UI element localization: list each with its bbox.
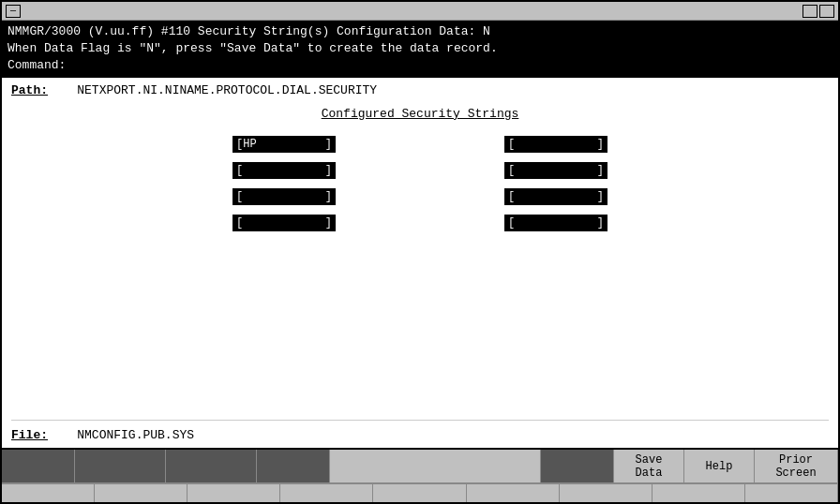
- system-menu-button[interactable]: —: [6, 5, 21, 18]
- file-value: NMCONFIG.PUB.SYS: [77, 428, 194, 442]
- field-2-2[interactable]: [ ]: [504, 162, 608, 179]
- f1-button[interactable]: [2, 450, 75, 483]
- fields-row-1: [ HP ] [ ]: [232, 136, 608, 153]
- f9-label: [745, 483, 838, 502]
- field-4-1[interactable]: [ ]: [232, 215, 336, 231]
- f2-button[interactable]: [75, 450, 166, 483]
- path-value: NETXPORT.NI.NINAME.PROTOCOL.DIAL.SECURIT…: [77, 83, 377, 97]
- fields-grid: [ HP ] [ ] [ ]: [11, 136, 829, 231]
- file-line: File: NMCONFIG.PUB.SYS: [11, 420, 829, 442]
- section-title: Configured Security Strings: [11, 107, 829, 121]
- f4-button[interactable]: [257, 450, 330, 483]
- body-section: Path: NETXPORT.NI.NINAME.PROTOCOL.DIAL.S…: [2, 78, 838, 448]
- field-4-2[interactable]: [ ]: [504, 215, 608, 231]
- path-label: Path:: [11, 83, 48, 97]
- help-button[interactable]: Help: [684, 450, 755, 483]
- field-1-1[interactable]: [ HP ]: [232, 136, 336, 153]
- main-content: NMMGR/3000 (V.uu.ff) #110 Security Strin…: [2, 21, 838, 448]
- field-1-2[interactable]: [ ]: [504, 136, 608, 153]
- f3-label: [188, 483, 280, 502]
- field-3-1[interactable]: [ ]: [232, 188, 336, 205]
- minimize-button[interactable]: [802, 5, 818, 18]
- button-row-top: SaveData Help PriorScreen: [2, 450, 838, 483]
- window-frame: — NMMGR/3000 (V.uu.ff) #110 Security Str…: [0, 0, 840, 504]
- fields-row-3: [ ] [ ]: [232, 188, 608, 205]
- fields-row-4: [ ] [ ]: [232, 215, 608, 231]
- f8-label: [652, 483, 745, 502]
- f6-label: [467, 483, 560, 502]
- save-data-button[interactable]: SaveData: [614, 450, 684, 483]
- field-3-2[interactable]: [ ]: [504, 188, 608, 205]
- field-2-1[interactable]: [ ]: [232, 162, 336, 179]
- bottom-buttons: SaveData Help PriorScreen: [2, 448, 838, 502]
- f2-label: [95, 483, 188, 502]
- file-label: File:: [11, 428, 48, 442]
- f7-label: [560, 483, 652, 502]
- f6-button[interactable]: [541, 450, 614, 483]
- f1-label: [2, 483, 95, 502]
- header-line2: When Data Flag is "N", press "Save Data"…: [8, 40, 832, 57]
- header-line3: Command:: [8, 57, 832, 74]
- header-section: NMMGR/3000 (V.uu.ff) #110 Security Strin…: [2, 21, 838, 78]
- button-row-bottom: [2, 483, 838, 502]
- prior-screen-button[interactable]: PriorScreen: [755, 450, 838, 483]
- title-bar: —: [2, 2, 838, 21]
- fields-row-2: [ ] [ ]: [232, 162, 608, 179]
- f5-button[interactable]: [330, 450, 541, 483]
- f4-label: [280, 483, 373, 502]
- title-bar-controls: [802, 5, 834, 18]
- header-line1: NMMGR/3000 (V.uu.ff) #110 Security Strin…: [8, 23, 832, 40]
- maximize-button[interactable]: [819, 5, 834, 18]
- f3-button[interactable]: [166, 450, 257, 483]
- title-bar-left: —: [6, 5, 21, 18]
- path-line: Path: NETXPORT.NI.NINAME.PROTOCOL.DIAL.S…: [11, 83, 829, 97]
- f5-label: [373, 483, 466, 502]
